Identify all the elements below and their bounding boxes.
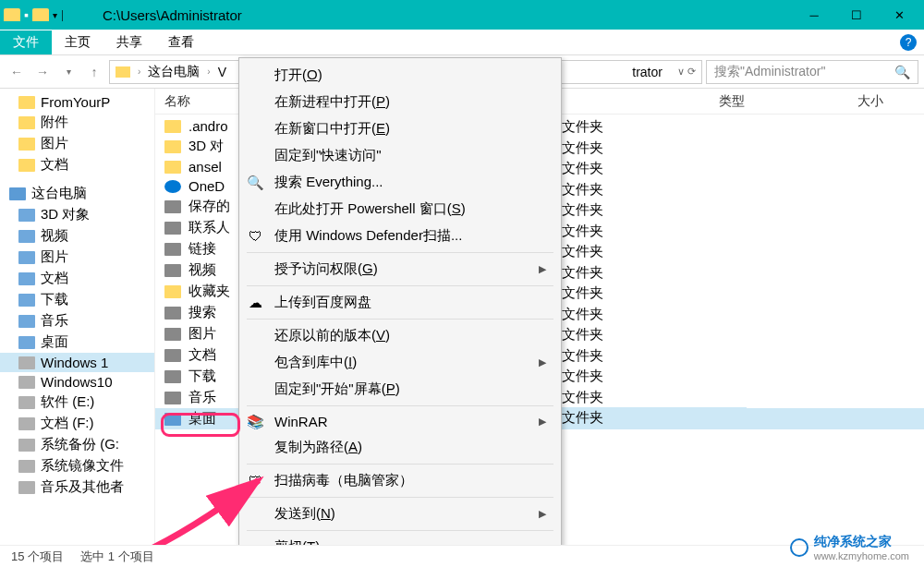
back-button[interactable]: ← <box>6 61 28 83</box>
col-size[interactable]: 大小 <box>848 93 922 110</box>
menu-item[interactable]: 还原以前的版本(V) <box>239 322 561 349</box>
breadcrumb-item[interactable]: 这台电脑 <box>148 64 200 80</box>
file-icon <box>164 370 181 383</box>
menu-item[interactable]: 🛡使用 Windows Defender扫描... <box>239 223 561 249</box>
menu-label: 复制为路径(A) <box>274 439 362 456</box>
qat-chevron[interactable]: ▾ │ <box>53 10 66 20</box>
status-selected: 选中 1 个项目 <box>80 549 153 565</box>
sidebar-item[interactable]: 图片 <box>0 133 154 154</box>
search-icon[interactable]: 🔍 <box>894 65 910 79</box>
menu-item[interactable]: 包含到库中(I)▶ <box>239 349 561 376</box>
sidebar-item[interactable]: FromYourP <box>0 92 154 112</box>
chevron-right-icon: › <box>207 66 210 77</box>
sidebar-item[interactable]: 系统备份 (G: <box>0 434 154 455</box>
menu-label: 固定到"快速访问" <box>274 147 382 164</box>
menu-label: 在新进程中打开(P) <box>274 93 390 111</box>
sidebar-item[interactable]: 下载 <box>0 289 154 310</box>
close-button[interactable]: ✕ <box>878 0 920 30</box>
menu-label: 固定到"开始"屏幕(P) <box>274 380 400 398</box>
file-type: 文件夹 <box>562 116 747 138</box>
qat-sep: ▪ <box>24 7 29 22</box>
minimize-button[interactable]: ─ <box>793 0 835 30</box>
sidebar-item[interactable]: 文档 (F:) <box>0 413 154 434</box>
chevron-right-icon: ▶ <box>539 416 546 428</box>
menu-separator <box>247 405 553 406</box>
file-type: 文件夹 <box>562 221 747 242</box>
watermark-logo-icon <box>790 538 808 557</box>
file-icon <box>164 413 181 426</box>
status-bar: 15 个项目 选中 1 个项目 <box>0 545 924 567</box>
sidebar-label: 附件 <box>41 114 68 131</box>
file-icon <box>164 392 181 404</box>
menu-item[interactable]: 在此处打开 Powershell 窗口(S) <box>239 196 561 223</box>
chevron-right-icon: ▶ <box>539 356 546 368</box>
sidebar-label: 3D 对象 <box>41 206 90 223</box>
menu-item[interactable]: 固定到"开始"屏幕(P) <box>239 376 561 403</box>
sidebar-label: 视频 <box>41 227 68 245</box>
menu-label: 搜索 Everything... <box>274 174 383 191</box>
titlebar: ▪ ▾ │ C:\Users\Administrator ─ ☐ ✕ <box>0 0 924 30</box>
sidebar-label: 图片 <box>41 135 68 152</box>
menu-item[interactable]: 授予访问权限(G)▶ <box>239 256 561 283</box>
tab-view[interactable]: 查看 <box>155 30 207 54</box>
sidebar: FromYourP 附件 图片 文档 这台电脑 3D 对象 视频 图片 文档 下… <box>0 89 155 545</box>
recent-button[interactable]: ▾ <box>57 61 79 83</box>
file-icon <box>164 140 181 153</box>
menu-item[interactable]: 打开(O) <box>239 62 561 89</box>
search-input[interactable]: 搜索"Administrator" 🔍 <box>706 60 918 84</box>
sidebar-label: 这台电脑 <box>31 185 87 202</box>
menu-item[interactable]: 在新窗口中打开(E) <box>239 115 561 142</box>
forward-button[interactable]: → <box>31 61 54 83</box>
tab-share[interactable]: 共享 <box>103 30 155 54</box>
sidebar-label: FromYourP <box>41 94 110 110</box>
sidebar-item[interactable]: 附件 <box>0 112 154 133</box>
col-type[interactable]: 类型 <box>710 93 811 110</box>
tab-file[interactable]: 文件 <box>0 30 52 54</box>
tab-home[interactable]: 主页 <box>52 30 103 54</box>
file-icon <box>164 264 181 277</box>
sidebar-item[interactable]: 音乐及其他者 <box>0 477 154 498</box>
sidebar-item[interactable]: 文档 <box>0 268 154 289</box>
search-placeholder: 搜索"Administrator" <box>714 64 825 80</box>
sidebar-item[interactable]: 桌面 <box>0 332 154 353</box>
refresh-icon[interactable]: ∨ ⟳ <box>677 66 696 78</box>
sidebar-item[interactable]: 3D 对象 <box>0 204 154 225</box>
menu-item[interactable]: 📚WinRAR▶ <box>239 409 561 434</box>
file-icon <box>164 243 181 256</box>
watermark: 纯净系统之家 www.kzmyhome.com <box>790 534 909 561</box>
sidebar-label: 文档 <box>41 270 68 287</box>
file-icon <box>164 222 181 235</box>
file-icon <box>164 285 181 298</box>
shield-icon: 🛡 <box>247 228 263 245</box>
ribbon-tabs: 文件 主页 共享 查看 ? <box>0 30 924 55</box>
sidebar-item[interactable]: 视频 <box>0 225 154 247</box>
sidebar-item[interactable]: Windows 1 <box>0 353 154 372</box>
sidebar-item[interactable]: Windows10 <box>0 372 154 392</box>
file-icon <box>164 307 181 320</box>
menu-item[interactable]: 🛡扫描病毒（电脑管家） <box>239 467 561 494</box>
breadcrumb-item[interactable]: V <box>218 65 226 79</box>
sidebar-label: 系统备份 (G: <box>41 436 119 453</box>
maximize-button[interactable]: ☐ <box>835 0 878 30</box>
sidebar-item-thispc[interactable]: 这台电脑 <box>0 183 154 204</box>
menu-item[interactable]: ☁上传到百度网盘 <box>239 289 561 316</box>
sidebar-item[interactable]: 系统镜像文件 <box>0 455 154 477</box>
sidebar-item[interactable]: 文档 <box>0 154 154 175</box>
file-type: 文件夹 <box>562 407 747 428</box>
menu-item[interactable]: 固定到"快速访问" <box>239 142 561 169</box>
menu-item[interactable]: 🔍搜索 Everything... <box>239 169 561 196</box>
menu-item[interactable]: 复制为路径(A) <box>239 434 561 461</box>
sidebar-label: Windows10 <box>41 374 113 390</box>
up-button[interactable]: ↑ <box>83 61 105 83</box>
context-menu: 打开(O)在新进程中打开(P)在新窗口中打开(E)固定到"快速访问"🔍搜索 Ev… <box>238 57 562 567</box>
menu-label: 发送到(N) <box>274 505 335 523</box>
file-type: 文件夹 <box>562 199 747 221</box>
sidebar-item[interactable]: 图片 <box>0 247 154 268</box>
menu-separator <box>247 530 553 531</box>
menu-item[interactable]: 在新进程中打开(P) <box>239 89 561 115</box>
file-type: 文件夹 <box>562 241 747 262</box>
help-icon[interactable]: ? <box>900 34 917 51</box>
menu-item[interactable]: 发送到(N)▶ <box>239 501 561 527</box>
sidebar-item[interactable]: 软件 (E:) <box>0 392 154 413</box>
sidebar-item[interactable]: 音乐 <box>0 310 154 332</box>
